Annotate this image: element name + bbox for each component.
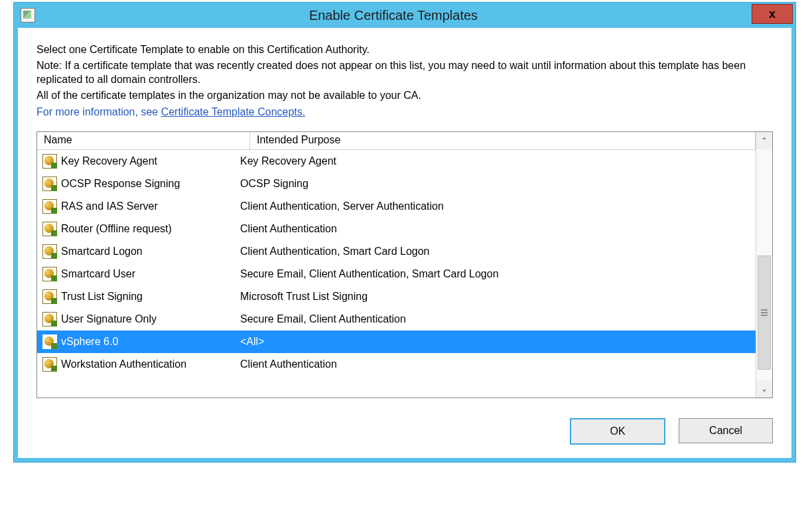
- list-main: Name Intended Purpose Key Recovery Agent…: [37, 132, 756, 398]
- cell-purpose: Microsoft Trust List Signing: [237, 291, 756, 303]
- cancel-button[interactable]: Cancel: [679, 418, 773, 443]
- cell-name: Router (Offline request): [61, 223, 237, 235]
- intro-text: Select one Certificate Template to enabl…: [36, 42, 773, 119]
- list-header: Name Intended Purpose: [37, 132, 756, 150]
- dialog-body: Select one Certificate Template to enabl…: [14, 28, 795, 462]
- close-button[interactable]: x: [752, 4, 793, 24]
- info-link[interactable]: Certificate Template Concepts.: [161, 106, 306, 117]
- cell-name: OCSP Response Signing: [61, 178, 237, 190]
- scroll-thumb[interactable]: [758, 256, 771, 370]
- table-row[interactable]: User Signature OnlySecure Email, Client …: [37, 308, 756, 331]
- cell-name: Workstation Authentication: [61, 358, 237, 370]
- window-title: Enable Certificate Templates: [35, 8, 752, 23]
- dialog-window: Enable Certificate Templates x Select on…: [13, 2, 796, 463]
- certificate-template-icon: [42, 154, 57, 169]
- info-prefix: For more information, see: [36, 106, 161, 117]
- column-header-name[interactable]: Name: [37, 132, 250, 149]
- scroll-down-button[interactable]: ⌄: [756, 380, 772, 398]
- table-row[interactable]: Key Recovery AgentKey Recovery Agent: [37, 150, 756, 173]
- cell-purpose: Secure Email, Client Authentication: [237, 313, 756, 325]
- chevron-down-icon: ⌄: [761, 384, 768, 394]
- vertical-scrollbar[interactable]: ⌃ ⌄: [756, 132, 772, 398]
- intro-line: Note: If a certificate template that was…: [36, 58, 773, 87]
- cell-name: Smartcard Logon: [61, 246, 237, 258]
- table-row[interactable]: OCSP Response SigningOCSP Signing: [37, 173, 756, 195]
- cell-name: Smartcard User: [61, 268, 237, 280]
- cell-purpose: <All>: [237, 336, 756, 348]
- ok-button[interactable]: OK: [570, 418, 665, 445]
- cell-purpose: Client Authentication: [237, 223, 756, 235]
- grip-icon: [761, 312, 768, 313]
- cell-purpose: Client Authentication: [237, 358, 756, 370]
- button-row: OK Cancel: [36, 418, 773, 445]
- cell-name: User Signature Only: [61, 313, 237, 325]
- table-row[interactable]: Workstation AuthenticationClient Authent…: [37, 353, 756, 376]
- cell-purpose: Client Authentication, Server Authentica…: [237, 200, 756, 212]
- table-row[interactable]: Smartcard LogonClient Authentication, Sm…: [37, 240, 756, 263]
- table-row[interactable]: vSphere 6.0<All>: [37, 331, 756, 353]
- cell-purpose: OCSP Signing: [237, 178, 756, 190]
- certificate-template-icon: [42, 289, 57, 304]
- intro-line: All of the certificate templates in the …: [36, 88, 773, 103]
- cell-name: Key Recovery Agent: [61, 155, 237, 167]
- table-row[interactable]: Smartcard UserSecure Email, Client Authe…: [37, 263, 756, 285]
- certificate-template-icon: [42, 199, 57, 214]
- certificate-template-icon: [42, 177, 57, 191]
- template-listbox: Name Intended Purpose Key Recovery Agent…: [36, 131, 773, 398]
- table-row[interactable]: RAS and IAS ServerClient Authentication,…: [37, 195, 756, 218]
- list-rows: Key Recovery AgentKey Recovery AgentOCSP…: [37, 150, 756, 398]
- chevron-up-icon: ⌃: [761, 136, 768, 145]
- info-line: For more information, see Certificate Te…: [36, 105, 773, 119]
- certificate-template-icon: [42, 244, 57, 259]
- certificate-template-icon: [42, 357, 57, 372]
- scroll-up-button[interactable]: ⌃: [756, 132, 772, 149]
- table-row[interactable]: Trust List SigningMicrosoft Trust List S…: [37, 285, 756, 308]
- cell-name: Trust List Signing: [61, 291, 237, 303]
- cell-purpose: Secure Email, Client Authentication, Sma…: [237, 268, 756, 280]
- table-row[interactable]: Router (Offline request)Client Authentic…: [37, 218, 756, 240]
- certificate-template-icon: [42, 312, 57, 327]
- intro-line: Select one Certificate Template to enabl…: [36, 42, 773, 57]
- cell-name: vSphere 6.0: [61, 336, 237, 348]
- scroll-track[interactable]: [756, 149, 772, 380]
- column-header-purpose[interactable]: Intended Purpose: [250, 132, 756, 149]
- cell-name: RAS and IAS Server: [61, 200, 237, 212]
- system-menu-icon[interactable]: [21, 8, 35, 23]
- cell-purpose: Client Authentication, Smart Card Logon: [237, 246, 756, 258]
- certificate-template-icon: [42, 267, 57, 281]
- cell-purpose: Key Recovery Agent: [237, 155, 756, 167]
- certificate-template-icon: [42, 334, 57, 349]
- titlebar[interactable]: Enable Certificate Templates x: [14, 3, 795, 28]
- certificate-template-icon: [42, 222, 57, 236]
- close-icon: x: [769, 7, 776, 21]
